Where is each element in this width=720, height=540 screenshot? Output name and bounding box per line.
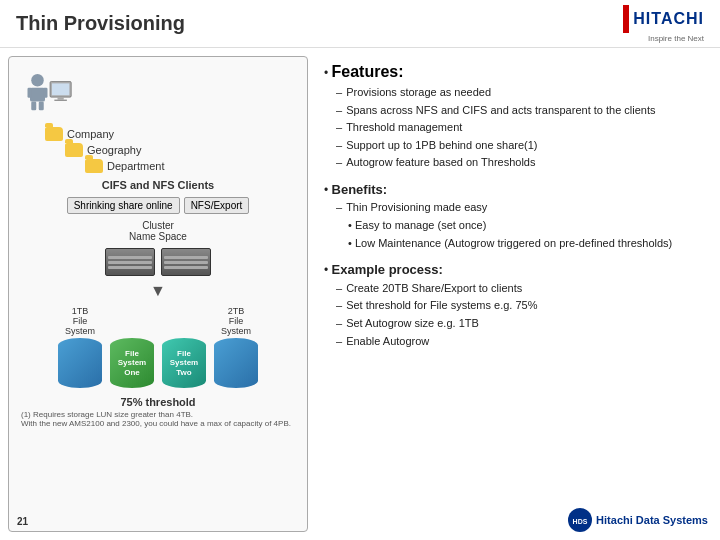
feature-2: –Spans across NFS and CIFS and acts tran…: [336, 102, 704, 120]
server-line: [164, 261, 208, 264]
logo-red-bar: [623, 5, 629, 33]
storage-row: 1TBFileSystem File SystemOne File System…: [17, 306, 299, 388]
hitachi-logo: HITACHI Inspire the Next: [623, 5, 704, 43]
logo-top: HITACHI: [623, 5, 704, 33]
main-content: Company Geography Department CIFS and NF…: [0, 48, 720, 540]
folder-icon-company: [45, 127, 63, 141]
bullet-dot-features: •: [324, 66, 332, 80]
server-line: [108, 261, 152, 264]
storage-item-two: File SystemTwo: [162, 338, 206, 388]
example-4: –Enable Autogrow: [336, 333, 704, 351]
svg-text:HDS: HDS: [573, 518, 588, 525]
logo-tagline: Inspire the Next: [648, 34, 704, 43]
benefit-1: –Thin Provisioning made easy: [336, 199, 704, 217]
example-2: –Set threshold for File systems e.g. 75%: [336, 297, 704, 315]
shrinking-share-box: Shrinking share online: [67, 197, 180, 214]
svg-rect-9: [54, 100, 67, 101]
feature-5: –Autogrow feature based on Thresholds: [336, 154, 704, 172]
person-area: [17, 69, 299, 119]
person-icon: [25, 69, 75, 119]
svg-rect-1: [30, 88, 45, 102]
storage-item-1tb: 1TBFileSystem: [58, 306, 102, 388]
folder-department: Department: [85, 159, 164, 173]
footnote-1: (1) Requires storage LUN size greater th…: [21, 410, 295, 419]
example-heading: Example process:: [332, 262, 443, 277]
svg-rect-2: [31, 102, 36, 111]
cifs-label: CIFS and NFS Clients: [102, 179, 214, 191]
footnote-area: (1) Requires storage LUN size greater th…: [17, 410, 299, 428]
arrow-down: ▼: [150, 282, 166, 300]
hds-footer: HDS Hitachi Data Systems: [568, 508, 708, 532]
folder-geography: Geography: [65, 143, 141, 157]
folder-department-label: Department: [107, 160, 164, 172]
hds-icon: HDS: [570, 510, 590, 530]
feature-1: –Provisions storage as needed: [336, 84, 704, 102]
example-3: –Set Autogrow size e.g. 1TB: [336, 315, 704, 333]
svg-rect-3: [39, 102, 44, 111]
threshold-label: 75% threshold: [120, 396, 195, 408]
cylinder-2tb: [214, 338, 258, 388]
left-panel: Company Geography Department CIFS and NF…: [8, 56, 308, 532]
svg-rect-4: [28, 88, 32, 98]
server-rack-1: [105, 248, 155, 276]
footnote-2: With the new AMS2100 and 2300, you could…: [21, 419, 295, 428]
example-section: • Example process: –Create 20TB Share/Ex…: [324, 260, 704, 350]
hds-logo-circle: HDS: [568, 508, 592, 532]
right-panel: • Features: –Provisions storage as neede…: [316, 56, 712, 532]
nfs-export-box: NFS/Export: [184, 197, 250, 214]
benefit-sub-2: • Low Maintenance (Autogrow triggered on…: [348, 235, 704, 253]
folder-hierarchy: Company Geography Department: [17, 123, 299, 177]
share-row: Shrinking share online NFS/Export: [17, 197, 299, 214]
server-unit-1: [105, 248, 155, 276]
svg-point-0: [31, 74, 44, 87]
folder-company-label: Company: [67, 128, 114, 140]
folder-icon-geography: [65, 143, 83, 157]
svg-rect-7: [52, 83, 70, 95]
bullet-dot-example: •: [324, 263, 332, 277]
server-unit-2: [161, 248, 211, 276]
server-line: [108, 266, 152, 269]
server-line: [164, 256, 208, 259]
cylinder-1tb: [58, 338, 102, 388]
server-line: [108, 256, 152, 259]
page-number: 21: [17, 516, 28, 527]
cylinder-one-label: File SystemOne: [110, 349, 154, 378]
svg-rect-5: [43, 88, 47, 98]
folder-company: Company: [45, 127, 114, 141]
servers-row: [105, 248, 211, 276]
header: Thin Provisioning HITACHI Inspire the Ne…: [0, 0, 720, 48]
cluster-label-text: ClusterName Space: [129, 220, 187, 242]
svg-rect-8: [58, 97, 64, 100]
feature-4: –Support up to 1PB behind one share(1): [336, 137, 704, 155]
bullet-dot-benefits: •: [324, 183, 332, 197]
folder-geography-label: Geography: [87, 144, 141, 156]
cluster-label: ClusterName Space: [129, 220, 187, 242]
benefit-sub-1: • Easy to manage (set once): [348, 217, 704, 235]
features-section: • Features: –Provisions storage as neede…: [324, 60, 704, 172]
storage-1tb-top-label: 1TBFileSystem: [65, 306, 95, 336]
benefits-heading: Benefits:: [332, 182, 388, 197]
cylinder-two: File SystemTwo: [162, 338, 206, 388]
page-title: Thin Provisioning: [16, 12, 185, 35]
logo-name: HITACHI: [633, 10, 704, 28]
server-line: [164, 266, 208, 269]
folder-icon-department: [85, 159, 103, 173]
storage-item-2tb: 2TBFileSystem: [214, 306, 258, 388]
feature-3: –Threshold management: [336, 119, 704, 137]
cylinder-one: File SystemOne: [110, 338, 154, 388]
cylinder-two-label: File SystemTwo: [162, 349, 206, 378]
benefits-section: • Benefits: –Thin Provisioning made easy…: [324, 180, 704, 252]
storage-2tb-top-label: 2TBFileSystem: [221, 306, 251, 336]
server-rack-2: [161, 248, 211, 276]
storage-item-one: File SystemOne: [110, 338, 154, 388]
features-heading: Features:: [332, 63, 404, 80]
example-1: –Create 20TB Share/Export to clients: [336, 280, 704, 298]
hds-label: Hitachi Data Systems: [596, 512, 708, 529]
